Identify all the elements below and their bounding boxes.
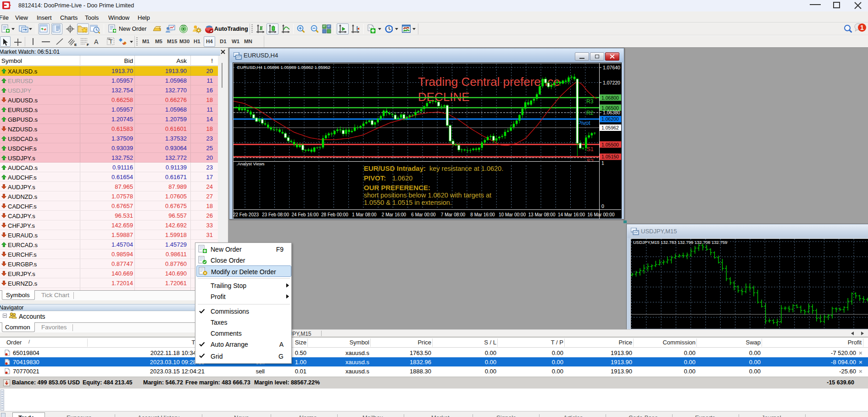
svg-text:1.05500: 1.05500 <box>601 142 619 147</box>
svg-text:6 Mar 00:00: 6 Mar 00:00 <box>411 212 436 217</box>
svg-text:DECLINE: DECLINE <box>418 90 470 104</box>
svg-text:F: F <box>87 43 89 46</box>
svg-text:2 Mar 16:00: 2 Mar 16:00 <box>382 212 406 217</box>
svg-text:E: E <box>74 43 77 46</box>
svg-text:1.07640: 1.07640 <box>603 65 620 70</box>
svg-text:0: 0 <box>601 203 604 209</box>
svg-text:EUR/USD Intraday:: EUR/USD Intraday: <box>364 164 426 172</box>
svg-text:.Analyst Views: .Analyst Views <box>236 161 265 166</box>
svg-text:key resistance at 1.0620.: key resistance at 1.0620. <box>429 165 503 172</box>
svg-text:8 Mar 16:00: 8 Mar 16:00 <box>470 212 495 217</box>
svg-text:16 Mar 00:00: 16 Mar 00:00 <box>588 212 615 217</box>
svg-text:USDJPY,M15 132.783 132.799 132: USDJPY,M15 132.783 132.799 132.708 132.7… <box>633 240 727 245</box>
svg-text:10 Mar 00:00: 10 Mar 00:00 <box>499 212 526 217</box>
svg-text:1.05150: 1.05150 <box>601 154 619 159</box>
svg-text:EURUSD,H4 1.05896 1.05989 1.0: EURUSD,H4 1.05896 1.05989 1.05862 1.0596… <box>237 65 330 70</box>
svg-text:1.0620: 1.0620 <box>392 175 412 182</box>
svg-text:28 Feb 00:00: 28 Feb 00:00 <box>321 212 348 217</box>
svg-text:1.06800: 1.06800 <box>601 95 619 101</box>
svg-text:13 Mar 08:00: 13 Mar 08:00 <box>529 212 556 217</box>
svg-text:S1: S1 <box>587 146 594 152</box>
svg-text:PIVOT:: PIVOT: <box>364 174 386 182</box>
svg-text:14 Mar 16:00: 14 Mar 16:00 <box>558 212 585 217</box>
svg-text:R3: R3 <box>586 98 594 105</box>
svg-text:1.05962: 1.05962 <box>601 125 619 130</box>
svg-text:24 Feb 16:00: 24 Feb 16:00 <box>292 212 319 217</box>
svg-text:1.07220: 1.07220 <box>603 80 620 85</box>
svg-text:1: 1 <box>860 24 864 31</box>
svg-text:1.0550 & 1.0515 in extension.: 1.0550 & 1.0515 in extension. <box>364 199 452 206</box>
svg-text:1 Mar 08:00: 1 Mar 08:00 <box>352 212 377 217</box>
svg-text:short positions below 1.0620 w: short positions below 1.0620 with target… <box>364 192 491 199</box>
svg-text:OUR PREFERENCE:: OUR PREFERENCE: <box>364 184 430 192</box>
svg-text:T: T <box>109 39 113 45</box>
svg-text:R2: R2 <box>586 110 594 116</box>
svg-text:22 Feb 2023: 22 Feb 2023 <box>233 212 259 217</box>
svg-text:1.06200: 1.06200 <box>601 116 619 122</box>
svg-text:7 Mar 08:00: 7 Mar 08:00 <box>441 212 466 217</box>
svg-text:1: 1 <box>601 160 604 166</box>
svg-text:Pivot: Pivot <box>578 120 590 126</box>
svg-text:23 Feb 08:00: 23 Feb 08:00 <box>262 212 289 217</box>
svg-text:1.06380: 1.06380 <box>603 110 620 115</box>
